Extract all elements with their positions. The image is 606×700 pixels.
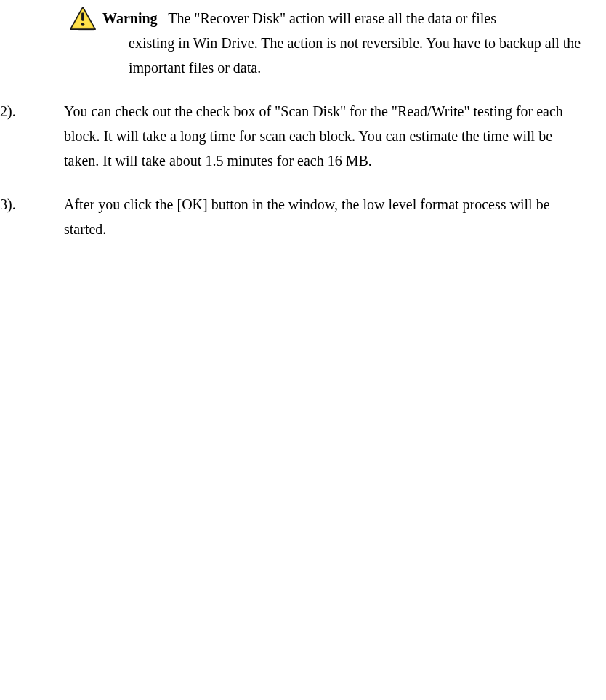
warning-rest: existing in Win Drive. The action is not… bbox=[102, 31, 584, 80]
step-number: 3). bbox=[0, 192, 64, 241]
warning-icon bbox=[69, 6, 97, 31]
warning-label: Warning bbox=[102, 10, 158, 26]
step-2: 2). You can check out the check box of "… bbox=[0, 99, 606, 173]
step-body: After you click the [OK] button in the w… bbox=[64, 192, 584, 241]
svg-point-3 bbox=[81, 23, 85, 26]
warning-line1: The "Recover Disk" action will erase all… bbox=[168, 10, 496, 26]
warning-text: Warning The "Recover Disk" action will e… bbox=[102, 6, 584, 80]
step-number: 2). bbox=[0, 99, 64, 173]
svg-rect-2 bbox=[81, 12, 84, 20]
warning-block: Warning The "Recover Disk" action will e… bbox=[0, 0, 606, 80]
step-3: 3). After you click the [OK] button in t… bbox=[0, 192, 606, 241]
step-body: You can check out the check box of "Scan… bbox=[64, 99, 584, 173]
